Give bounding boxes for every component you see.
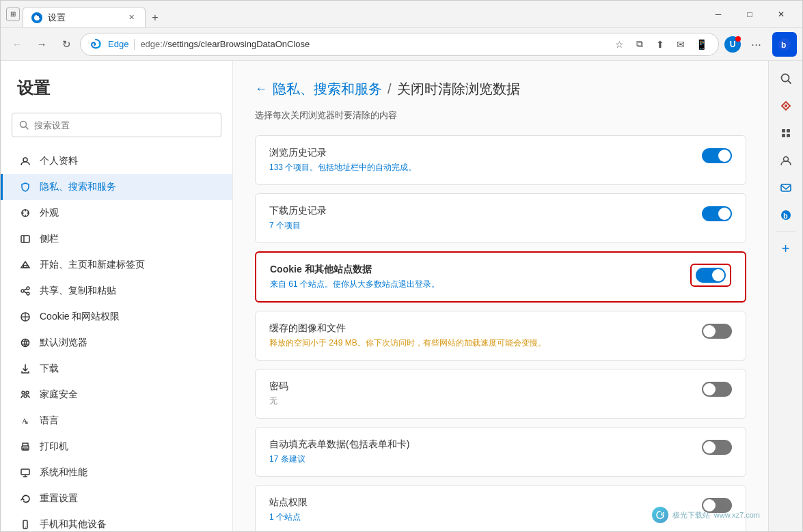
setting-title-history: 浏览历史记录 [269, 147, 691, 159]
toggle-thumb-cache [703, 325, 716, 337]
breadcrumb-separator: / [387, 81, 392, 97]
address-divider [134, 39, 135, 50]
sidebar-item-system[interactable]: 系统和性能 [1, 460, 232, 486]
tab-close-button[interactable]: ✕ [126, 12, 137, 23]
rail-outlook-icon[interactable] [774, 176, 798, 200]
rail-search-icon[interactable] [774, 66, 798, 91]
nav-label-sidebar: 侧栏 [40, 233, 59, 245]
more-tools-button[interactable]: ⋯ [745, 33, 767, 55]
breadcrumb-parent[interactable]: 隐私、搜索和服务 [273, 80, 382, 98]
address-bar[interactable]: Edge edge://关闭时清除浏览数据settings/clearBrows… [80, 33, 719, 56]
sidebar-item-share[interactable]: 共享、复制和粘贴 [1, 278, 232, 304]
svg-rect-9 [24, 266, 27, 268]
forward-button[interactable]: → [31, 33, 53, 55]
collections-icon[interactable]: ⧉ [631, 36, 649, 53]
toggle-downloads[interactable] [702, 206, 732, 221]
svg-rect-7 [21, 236, 29, 242]
sidebar-item-family[interactable]: 家庭安全 [1, 382, 232, 408]
watermark-logo [652, 507, 668, 523]
nav-icon-privacy [19, 181, 31, 193]
rail-coupon-icon[interactable] [774, 94, 798, 118]
nav-label-language: 语言 [40, 415, 59, 427]
sidebar-item-sidebar[interactable]: 侧栏 [1, 226, 232, 252]
rail-tools-icon[interactable] [774, 121, 798, 145]
sidebar-item-mobile[interactable]: 手机和其他设备 [1, 512, 232, 531]
settings-title: 设置 [1, 77, 232, 113]
setting-title-cache: 缓存的图像和文件 [269, 322, 691, 335]
svg-point-11 [21, 290, 24, 292]
bing-sidebar-button[interactable]: b [772, 32, 797, 57]
profile-area[interactable]: ⊞ [6, 8, 20, 21]
sidebar-item-reset[interactable]: 重置设置 [1, 486, 232, 512]
minimize-button[interactable]: ─ [703, 3, 734, 25]
sidebar-item-cookies[interactable]: Cookie 和网站权限 [1, 304, 232, 330]
sidebar-item-appearance[interactable]: 外观 [1, 200, 232, 226]
setting-desc-downloads: 7 个项目 [269, 220, 691, 232]
setting-title-passwords: 密码 [269, 380, 691, 393]
close-button[interactable]: ✕ [765, 3, 797, 25]
nav-label-family: 家庭安全 [40, 389, 78, 401]
setting-info-history: 浏览历史记录 133 个项目。包括地址栏中的自动完成。 [269, 147, 691, 173]
svg-point-21 [22, 391, 25, 394]
sidebar-item-start[interactable]: 开始、主页和新建标签页 [1, 252, 232, 278]
maximize-button[interactable]: □ [734, 3, 765, 25]
sharebutton-icon[interactable]: ⬆ [651, 36, 669, 53]
body: 设置 个人资料 隐私、搜索和服务 外观 侧栏 [1, 61, 802, 531]
window-controls-left: ⊞ [6, 8, 20, 21]
watermark-text: 极光下载站 [672, 510, 710, 520]
nav-icon-profile [19, 155, 31, 167]
nav-icon-system [19, 466, 31, 479]
breadcrumb-back-arrow[interactable]: ← [255, 82, 267, 96]
rail-separator [776, 232, 796, 232]
rail-bing-icon[interactable]: b [774, 203, 798, 227]
nav-icon-appearance [19, 207, 31, 219]
nav-icon-browser [19, 337, 31, 349]
favorites-icon[interactable]: ☆ [610, 36, 628, 53]
toggle-thumb-passwords [703, 383, 716, 395]
sidebar-item-privacy[interactable]: 隐私、搜索和服务 [1, 174, 232, 200]
nav-label-appearance: 外观 [40, 207, 59, 219]
active-tab[interactable]: 设置 ✕ [23, 7, 146, 27]
search-box[interactable] [12, 113, 221, 137]
setting-title-autofill: 自动填充表单数据(包括表单和卡) [269, 438, 691, 451]
setting-info-siteperms: 站点权限 1 个站点 [269, 496, 691, 523]
title-bar: ⊞ 设置 ✕ + ─ □ ✕ [1, 1, 802, 28]
sidebar-item-printer[interactable]: 打印机 [1, 434, 232, 460]
toggle-passwords[interactable] [702, 382, 732, 397]
setting-title-cookies: Cookie 和其他站点数据 [270, 264, 690, 276]
rail-add-icon[interactable]: + [774, 236, 798, 261]
nav-icon-family [19, 389, 31, 401]
toggle-wrap-downloads [691, 205, 732, 221]
window-controls: ─ □ ✕ [703, 3, 797, 25]
back-button[interactable]: ← [6, 33, 28, 55]
toggle-thumb-cookies [712, 269, 724, 281]
toggle-cache[interactable] [702, 324, 732, 339]
toggle-history[interactable] [702, 148, 732, 163]
toggle-wrap-cookies [690, 264, 731, 287]
setting-desc-cookies: 来自 61 个站点。使你从大多数站点退出登录。 [270, 279, 690, 290]
refresh-button[interactable]: ↻ [55, 33, 77, 55]
phone-icon[interactable]: 📱 [692, 36, 710, 53]
svg-rect-41 [787, 129, 790, 132]
svg-point-12 [27, 292, 29, 295]
svg-point-23 [24, 395, 27, 397]
svg-rect-43 [787, 134, 790, 137]
svg-rect-28 [21, 469, 29, 475]
setting-info-cache: 缓存的图像和文件 释放的空间小于 249 MB。你下次访问时，有些网站的加载速度… [269, 322, 691, 349]
feedback-icon[interactable]: ✉ [672, 36, 690, 53]
rail-profile-icon[interactable] [774, 148, 798, 173]
new-tab-button[interactable]: + [146, 8, 165, 27]
toggle-cookies[interactable] [696, 268, 726, 283]
tab-title: 设置 [48, 12, 66, 24]
sidebar-item-language[interactable]: Aa 语言 [1, 408, 232, 434]
profile-button[interactable]: U [722, 33, 744, 55]
nav-label-printer: 打印机 [40, 440, 68, 453]
search-input[interactable] [34, 120, 214, 130]
svg-line-4 [26, 127, 29, 130]
sidebar-item-browser[interactable]: 默认浏览器 [1, 330, 232, 356]
setting-card-history: 浏览历史记录 133 个项目。包括地址栏中的自动完成。 [255, 135, 746, 185]
sidebar-item-profile[interactable]: 个人资料 [1, 148, 232, 174]
sidebar-item-download[interactable]: 下载 [1, 356, 232, 382]
toggle-autofill[interactable] [702, 440, 732, 455]
setting-card-passwords: 密码 无 [255, 369, 746, 419]
